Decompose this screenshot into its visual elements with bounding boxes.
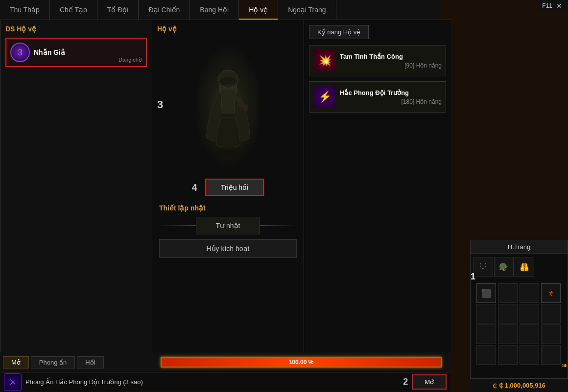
top-bar: F11 ✕ (538, 0, 568, 12)
guardian-item[interactable]: 3 Nhẫn Giả Đang chờ (5, 38, 147, 67)
close-button[interactable]: ✕ (554, 2, 564, 10)
htrang-grid: ⬛ 1 🗡 10 (473, 281, 565, 367)
guardian-svg (199, 50, 258, 162)
htrang-grid-slot-12[interactable] (541, 324, 561, 344)
mo-button[interactable]: Mở (412, 374, 447, 390)
item-info-bar: ⚔ Phong Ấn Hắc Phong Đội Trưởng (3 sao) … (0, 372, 450, 392)
ky-nang-tab[interactable]: Kỹ năng Hộ vệ (309, 25, 369, 39)
number-1-badge: 1 (471, 272, 475, 282)
item-text: Phong Ấn Hắc Phong Đội Trưởng (3 sao) (25, 378, 395, 386)
main-area: DS Hộ vệ 3 Nhẫn Giả Đang chờ 3 Hộ vệ (0, 20, 450, 352)
gold-bar: ₵ ₵ 1,000,005,916 (470, 378, 568, 392)
htrang-grid-slot-6[interactable] (498, 304, 518, 323)
gold-icon: ₵ (493, 382, 497, 390)
skill-2-cost: [180] Hồn năng (340, 98, 442, 105)
guardian-level: 3 (18, 47, 23, 58)
htrang-grid-slot-13[interactable] (476, 345, 496, 365)
skill-icon-1: 💥 (313, 49, 336, 72)
htrang-slot-3-icon: 🦺 (520, 262, 529, 272)
bottom-tab-mo[interactable]: Mở (3, 356, 29, 369)
thiet-lap-section: Thiết lập nhật ❧ Tự nhật Hủy kích hoạt (157, 204, 299, 258)
htrang-slot-2[interactable]: 🪖 (494, 257, 514, 277)
svg-point-4 (213, 150, 243, 156)
summon-btn-row: 4 Triệu hồi (157, 179, 299, 196)
progress-area: 100.00 % (157, 352, 446, 372)
number-4-label: 4 (192, 182, 197, 193)
summon-button[interactable]: Triệu hồi (205, 179, 264, 196)
htrang-grid-slot-15[interactable] (520, 345, 539, 365)
f11-label: F11 (542, 2, 552, 9)
htrang-grid-slot-11[interactable] (520, 324, 539, 344)
gold-amount: ₵ 1,000,005,916 (499, 382, 545, 389)
progress-bar: 100.00 % (161, 357, 442, 368)
progress-text: 100.00 % (162, 358, 441, 367)
guardian-display (157, 38, 299, 175)
guardian-info: Nhẫn Giả (34, 48, 142, 56)
tab-to-doi[interactable]: Tổ Đội (97, 0, 139, 20)
skill-2-name: Hắc Phong Đội Trưởng (340, 89, 442, 96)
item-thumb-icon: ⚔ (9, 377, 16, 387)
skill-1-cost: [90] Hồn năng (340, 62, 442, 69)
auto-btn-container: ❧ Tự nhật (159, 217, 297, 234)
bottom-tab-phong-an[interactable]: Phong ấn (31, 356, 75, 369)
guardian-figure (194, 43, 262, 170)
tab-bar: Thu Thập Chế Tạo Tổ Đội Đại Chiến Bang H… (0, 0, 441, 20)
svg-point-3 (242, 104, 248, 111)
item-thumbnail: ⚔ (4, 373, 22, 391)
guardian-name: Nhẫn Giả (34, 48, 142, 56)
htrang-panel: H.Trang 🛡 🪖 🦺 1 ⬛ 1 🗡 10 (470, 240, 568, 392)
htrang-top-slots: 🛡 🪖 🦺 (471, 254, 568, 279)
number-3-badge: 3 (157, 98, 163, 111)
ds-panel-title: DS Hộ vệ (5, 25, 147, 33)
htrang-grid-slot-selected[interactable]: ⬛ 1 (476, 283, 496, 303)
number-2-badge: 2 (403, 377, 408, 387)
svg-rect-2 (221, 114, 235, 117)
bottom-tab-hoi[interactable]: Hồi (77, 356, 103, 369)
skill-1-icon-glyph: 💥 (318, 54, 331, 67)
htrang-slot-1-icon: 🛡 (479, 262, 487, 271)
selected-item-icon: ⬛ (481, 289, 491, 298)
htrang-title: H.Trang (471, 240, 568, 254)
htrang-grid-slot-3[interactable] (520, 283, 539, 303)
htrang-inventory: 1 ⬛ 1 🗡 10 (471, 279, 568, 369)
ho-ve-title: Hộ vệ (157, 25, 299, 33)
htrang-grid-slot-5[interactable] (476, 304, 496, 323)
htrang-grid-slot-2[interactable] (498, 283, 518, 303)
htrang-slot-2-icon: 🪖 (499, 262, 509, 272)
mid-panel: Hộ vệ (152, 20, 304, 353)
htrang-grid-slot-8[interactable] (541, 304, 561, 323)
guardian-status: Đang chờ (118, 57, 142, 63)
tab-bang-hoi[interactable]: Bang Hội (190, 0, 239, 20)
tab-ho-ve[interactable]: Hộ vệ (239, 0, 278, 20)
thiet-lap-title: Thiết lập nhật (159, 204, 297, 212)
skill-info-2: Hắc Phong Đội Trưởng [180] Hồn năng (340, 89, 442, 105)
skill-item-2[interactable]: ⚡ Hắc Phong Đội Trưởng [180] Hồn năng (309, 81, 446, 113)
skill-icon-2: ⚡ (313, 86, 336, 108)
htrang-grid-slot-4[interactable]: 🗡 10 (541, 283, 561, 303)
htrang-slot-1[interactable]: 🛡 (473, 257, 493, 277)
skill-info-1: Tam Tinh Thần Công [90] Hồn năng (340, 53, 442, 69)
slot-4-icon: 🗡 (547, 289, 554, 297)
skill-2-icon-glyph: ⚡ (318, 91, 331, 103)
skill-item-1[interactable]: 💥 Tam Tinh Thần Công [90] Hồn năng (309, 45, 446, 76)
htrang-grid-slot-7[interactable] (520, 304, 539, 323)
htrang-grid-slot-9[interactable] (476, 324, 496, 344)
right-panel: Kỹ năng Hộ vệ 💥 Tam Tinh Thần Công [90] … (304, 20, 451, 353)
tab-dai-chien[interactable]: Đại Chiến (139, 0, 190, 20)
htrang-slot-3[interactable]: 🦺 (515, 257, 534, 277)
auto-button[interactable]: Tự nhật (196, 217, 260, 234)
htrang-grid-slot-14[interactable] (498, 345, 518, 365)
cancel-button[interactable]: Hủy kích hoạt (159, 239, 297, 258)
guardian-icon: 3 (10, 43, 30, 62)
skill-1-name: Tam Tinh Thần Công (340, 53, 442, 60)
htrang-grid-slot-10[interactable] (498, 324, 518, 344)
left-panel: DS Hộ vệ 3 Nhẫn Giả Đang chờ (0, 20, 152, 353)
htrang-grid-slot-16[interactable] (541, 345, 561, 365)
tab-thu-thap[interactable]: Thu Thập (0, 0, 50, 20)
tab-che-tao[interactable]: Chế Tạo (50, 0, 97, 20)
slot-count-4: 10 (562, 363, 567, 368)
tab-ngoai-trang[interactable]: Ngoại Trang (278, 0, 336, 20)
